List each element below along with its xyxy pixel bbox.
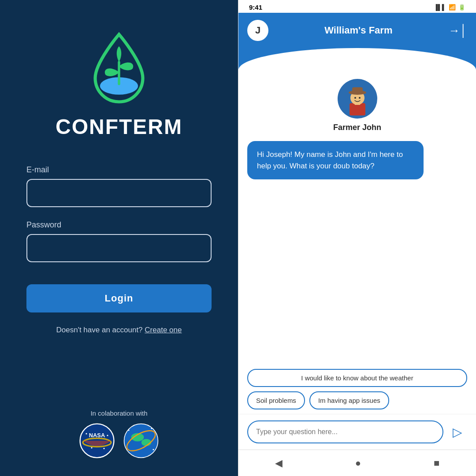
svg-rect-23 [352, 87, 363, 93]
suggestion-app-btn[interactable]: Im having app issues [309, 391, 389, 409]
svg-text:NASA: NASA [89, 432, 105, 439]
chat-input[interactable] [247, 420, 443, 443]
collab-logos: NASA [79, 423, 159, 458]
home-nav-icon[interactable]: ● [355, 457, 361, 469]
svg-point-6 [86, 433, 87, 434]
logout-icon[interactable]: →│ [449, 24, 467, 37]
email-input[interactable] [26, 179, 212, 207]
suggestion-row-1: I would like to know about the weather [247, 369, 467, 387]
svg-point-24 [354, 97, 356, 99]
login-button[interactable]: Login [26, 284, 212, 312]
chat-phone: 9:41 ▐▌▌ 📶 🔋 J William's Farm →│ [238, 0, 476, 476]
wave-divider [238, 48, 476, 70]
svg-point-9 [103, 448, 104, 449]
svg-point-8 [91, 447, 92, 448]
status-time: 9:41 [249, 4, 262, 11]
recents-nav-icon[interactable]: ■ [434, 457, 439, 469]
password-label: Password [26, 220, 212, 230]
create-account-link[interactable]: Create one [145, 326, 182, 334]
suggestion-soil-btn[interactable]: Soil problems [247, 391, 305, 409]
bot-message-bubble: Hi Joseph! My name is John and I'm here … [247, 141, 424, 179]
status-bar: 9:41 ▐▌▌ 📶 🔋 [238, 0, 476, 13]
chat-panel: 9:41 ▐▌▌ 📶 🔋 J William's Farm →│ [238, 0, 476, 476]
bot-intro: Farmer John [247, 79, 467, 132]
suggestion-row-2: Soil problems Im having app issues [247, 391, 467, 409]
chat-input-row: ▷ [238, 414, 476, 450]
farm-title: William's Farm [268, 25, 449, 36]
app-title: CONFTERM [56, 115, 182, 139]
svg-point-17 [152, 449, 154, 450]
app-logo [79, 26, 159, 106]
battery-icon: 🔋 [458, 4, 465, 11]
chat-body: Farmer John Hi Joseph! My name is John a… [238, 70, 476, 364]
bot-avatar-container [338, 79, 377, 119]
farmer-avatar [340, 81, 375, 116]
globe-logo [123, 423, 159, 458]
password-input[interactable] [26, 234, 212, 262]
password-group: Password [26, 220, 212, 262]
chat-header: J William's Farm →│ [238, 13, 476, 48]
signup-prompt: Doesn't have an account? Create one [56, 326, 182, 335]
login-panel: CONFTERM E-mail Password Login Doesn't h… [0, 0, 238, 476]
email-group: E-mail [26, 165, 212, 207]
chat-suggestions: I would like to know about the weather S… [238, 364, 476, 414]
user-avatar: J [247, 20, 268, 41]
svg-point-16 [151, 428, 152, 429]
email-label: E-mail [26, 165, 212, 175]
send-button[interactable]: ▷ [448, 422, 467, 442]
status-icons: ▐▌▌ 📶 🔋 [434, 4, 465, 11]
svg-point-25 [359, 97, 361, 99]
logo-container: CONFTERM [56, 26, 182, 139]
wifi-icon: 📶 [449, 4, 456, 11]
svg-point-15 [128, 429, 129, 431]
bottom-nav: ◀ ● ■ [238, 450, 476, 476]
back-nav-icon[interactable]: ◀ [275, 457, 283, 469]
svg-rect-19 [350, 103, 365, 115]
collab-section: In colaboration with NASA [79, 409, 159, 458]
nasa-logo: NASA [79, 423, 115, 458]
suggestion-weather-btn[interactable]: I would like to know about the weather [247, 369, 467, 387]
svg-point-7 [107, 435, 108, 436]
collab-text: In colaboration with [90, 409, 147, 417]
bot-name: Farmer John [333, 123, 381, 132]
signal-icon: ▐▌▌ [434, 4, 446, 11]
